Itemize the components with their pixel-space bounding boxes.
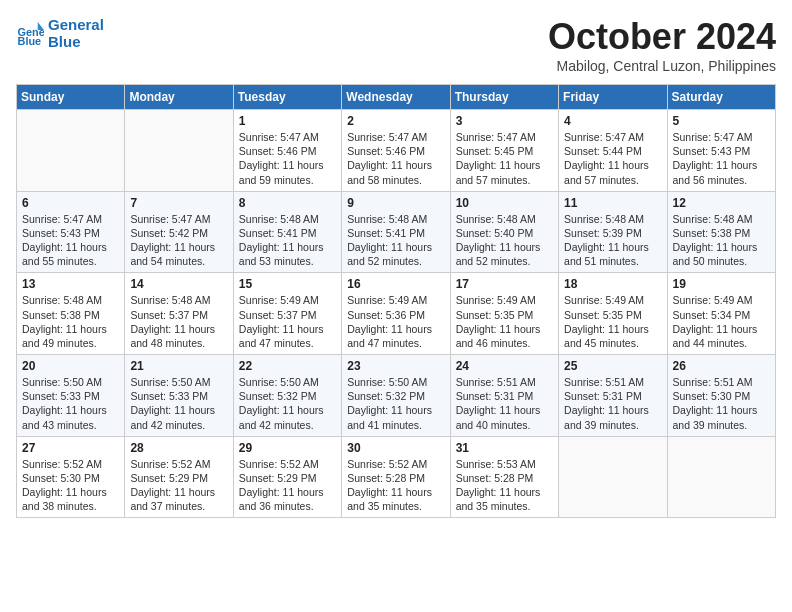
calendar-week-row: 27Sunrise: 5:52 AMSunset: 5:30 PMDayligh… [17, 436, 776, 518]
day-detail: Sunrise: 5:48 AM [673, 212, 770, 226]
calendar-cell: 3Sunrise: 5:47 AMSunset: 5:45 PMDaylight… [450, 110, 558, 192]
calendar-week-row: 13Sunrise: 5:48 AMSunset: 5:38 PMDayligh… [17, 273, 776, 355]
day-number: 7 [130, 196, 227, 210]
day-detail: Sunset: 5:42 PM [130, 226, 227, 240]
month-title: October 2024 [548, 16, 776, 58]
day-detail: and 59 minutes. [239, 173, 336, 187]
calendar-week-row: 20Sunrise: 5:50 AMSunset: 5:33 PMDayligh… [17, 355, 776, 437]
day-number: 4 [564, 114, 661, 128]
day-detail: Daylight: 11 hours [347, 322, 444, 336]
day-detail: Sunrise: 5:50 AM [22, 375, 119, 389]
day-detail: and 42 minutes. [239, 418, 336, 432]
day-detail: Sunset: 5:46 PM [239, 144, 336, 158]
calendar-table: SundayMondayTuesdayWednesdayThursdayFrid… [16, 84, 776, 518]
day-number: 12 [673, 196, 770, 210]
day-detail: and 56 minutes. [673, 173, 770, 187]
day-number: 5 [673, 114, 770, 128]
calendar-cell: 29Sunrise: 5:52 AMSunset: 5:29 PMDayligh… [233, 436, 341, 518]
day-detail: Daylight: 11 hours [22, 485, 119, 499]
day-detail: Sunset: 5:45 PM [456, 144, 553, 158]
day-detail: Daylight: 11 hours [239, 322, 336, 336]
calendar-cell: 24Sunrise: 5:51 AMSunset: 5:31 PMDayligh… [450, 355, 558, 437]
calendar-body: 1Sunrise: 5:47 AMSunset: 5:46 PMDaylight… [17, 110, 776, 518]
logo-line1: General [48, 16, 104, 33]
calendar-cell: 7Sunrise: 5:47 AMSunset: 5:42 PMDaylight… [125, 191, 233, 273]
dow-header: Monday [125, 85, 233, 110]
day-detail: Sunset: 5:38 PM [673, 226, 770, 240]
day-detail: Daylight: 11 hours [22, 240, 119, 254]
calendar-cell: 30Sunrise: 5:52 AMSunset: 5:28 PMDayligh… [342, 436, 450, 518]
day-detail: Sunset: 5:30 PM [673, 389, 770, 403]
day-detail: and 44 minutes. [673, 336, 770, 350]
calendar-cell: 31Sunrise: 5:53 AMSunset: 5:28 PMDayligh… [450, 436, 558, 518]
day-detail: Sunrise: 5:49 AM [673, 293, 770, 307]
day-number: 29 [239, 441, 336, 455]
day-number: 25 [564, 359, 661, 373]
calendar-cell: 12Sunrise: 5:48 AMSunset: 5:38 PMDayligh… [667, 191, 775, 273]
day-number: 13 [22, 277, 119, 291]
calendar-cell: 18Sunrise: 5:49 AMSunset: 5:35 PMDayligh… [559, 273, 667, 355]
day-detail: Daylight: 11 hours [239, 403, 336, 417]
day-detail: and 57 minutes. [564, 173, 661, 187]
day-number: 6 [22, 196, 119, 210]
page-header: General Blue General Blue October 2024 M… [16, 16, 776, 74]
day-detail: Sunset: 5:28 PM [456, 471, 553, 485]
calendar-cell: 23Sunrise: 5:50 AMSunset: 5:32 PMDayligh… [342, 355, 450, 437]
day-detail: Sunrise: 5:51 AM [673, 375, 770, 389]
day-detail: Daylight: 11 hours [456, 158, 553, 172]
calendar-cell [125, 110, 233, 192]
day-detail: Sunset: 5:43 PM [22, 226, 119, 240]
calendar-cell: 19Sunrise: 5:49 AMSunset: 5:34 PMDayligh… [667, 273, 775, 355]
day-number: 17 [456, 277, 553, 291]
day-detail: Sunrise: 5:52 AM [239, 457, 336, 471]
calendar-cell: 20Sunrise: 5:50 AMSunset: 5:33 PMDayligh… [17, 355, 125, 437]
day-detail: Sunset: 5:32 PM [239, 389, 336, 403]
day-detail: Sunrise: 5:48 AM [347, 212, 444, 226]
day-detail: Sunrise: 5:48 AM [22, 293, 119, 307]
dow-header: Thursday [450, 85, 558, 110]
day-detail: Sunset: 5:35 PM [456, 308, 553, 322]
dow-header: Wednesday [342, 85, 450, 110]
day-detail: Sunrise: 5:52 AM [22, 457, 119, 471]
day-detail: Sunset: 5:44 PM [564, 144, 661, 158]
calendar-cell: 9Sunrise: 5:48 AMSunset: 5:41 PMDaylight… [342, 191, 450, 273]
day-number: 10 [456, 196, 553, 210]
location: Mabilog, Central Luzon, Philippines [548, 58, 776, 74]
calendar-week-row: 1Sunrise: 5:47 AMSunset: 5:46 PMDaylight… [17, 110, 776, 192]
day-detail: Sunset: 5:38 PM [22, 308, 119, 322]
calendar-cell: 13Sunrise: 5:48 AMSunset: 5:38 PMDayligh… [17, 273, 125, 355]
day-detail: Sunrise: 5:48 AM [564, 212, 661, 226]
day-detail: and 42 minutes. [130, 418, 227, 432]
day-detail: and 39 minutes. [564, 418, 661, 432]
day-detail: Sunset: 5:33 PM [22, 389, 119, 403]
day-detail: and 41 minutes. [347, 418, 444, 432]
calendar-cell [559, 436, 667, 518]
calendar-cell: 15Sunrise: 5:49 AMSunset: 5:37 PMDayligh… [233, 273, 341, 355]
dow-header: Tuesday [233, 85, 341, 110]
day-number: 24 [456, 359, 553, 373]
day-detail: Sunrise: 5:47 AM [564, 130, 661, 144]
day-detail: Sunset: 5:43 PM [673, 144, 770, 158]
day-detail: Sunrise: 5:47 AM [456, 130, 553, 144]
day-number: 3 [456, 114, 553, 128]
day-detail: and 46 minutes. [456, 336, 553, 350]
logo: General Blue General Blue [16, 16, 104, 50]
day-detail: and 38 minutes. [22, 499, 119, 513]
day-detail: and 55 minutes. [22, 254, 119, 268]
day-detail: Daylight: 11 hours [130, 322, 227, 336]
calendar-cell: 27Sunrise: 5:52 AMSunset: 5:30 PMDayligh… [17, 436, 125, 518]
day-detail: and 40 minutes. [456, 418, 553, 432]
day-number: 26 [673, 359, 770, 373]
calendar-cell: 11Sunrise: 5:48 AMSunset: 5:39 PMDayligh… [559, 191, 667, 273]
day-detail: and 57 minutes. [456, 173, 553, 187]
day-detail: and 37 minutes. [130, 499, 227, 513]
day-detail: Daylight: 11 hours [347, 485, 444, 499]
day-detail: Sunrise: 5:48 AM [130, 293, 227, 307]
day-detail: Sunrise: 5:51 AM [564, 375, 661, 389]
day-number: 28 [130, 441, 227, 455]
day-detail: Sunset: 5:28 PM [347, 471, 444, 485]
calendar-cell: 6Sunrise: 5:47 AMSunset: 5:43 PMDaylight… [17, 191, 125, 273]
day-number: 15 [239, 277, 336, 291]
day-number: 22 [239, 359, 336, 373]
day-detail: Sunset: 5:41 PM [239, 226, 336, 240]
